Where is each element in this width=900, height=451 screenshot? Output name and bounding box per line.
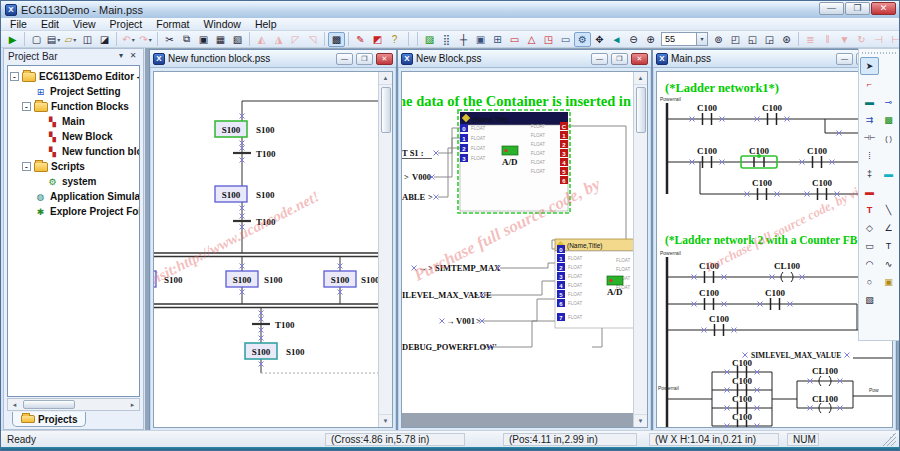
io-label-ts1[interactable]: T S1 : bbox=[402, 148, 424, 158]
ladder-contact-selected[interactable]: C100 bbox=[741, 146, 777, 168]
rectangle-tool-button[interactable]: ▭ bbox=[860, 237, 879, 255]
anim-refresh-button[interactable]: ↻ bbox=[853, 32, 870, 47]
sfc-step-right[interactable]: S100 S100 bbox=[324, 271, 380, 287]
new-button[interactable]: ▢ bbox=[28, 32, 45, 47]
undo-button[interactable]: ↶▾ bbox=[120, 32, 137, 47]
chart-button[interactable]: ▨ bbox=[421, 32, 438, 47]
ladder-contact[interactable]: C100 bbox=[758, 288, 793, 310]
scroll-thumb[interactable] bbox=[381, 87, 391, 133]
ladder-variable-label[interactable]: SIMLEVEL_MAX_VALUE bbox=[743, 351, 850, 360]
scroll-thumb[interactable] bbox=[23, 400, 75, 409]
pen-button[interactable]: ✎ bbox=[352, 32, 369, 47]
tree-item-root[interactable]: - EC6113Demo Editor -- ecc bbox=[8, 69, 139, 84]
child-title-bar[interactable]: X New function block.pss — ❐ ✕ bbox=[150, 50, 396, 68]
table-button[interactable]: ⊞ bbox=[489, 32, 506, 47]
region-button[interactable]: ◳ bbox=[540, 32, 557, 47]
zoom-combo[interactable]: 55 ▾ bbox=[661, 32, 708, 46]
title-bar[interactable]: X EC6113Demo - Main.pss — ❐ ✕ bbox=[1, 1, 899, 18]
tree-item-scripts[interactable]: - Scripts bbox=[8, 159, 139, 174]
tree-item-explore-project-folder[interactable]: ✱ Explore Project Folder bbox=[8, 204, 139, 219]
tree-horizontal-scrollbar[interactable]: ◂ ▸ bbox=[7, 398, 140, 411]
anim-keys-button[interactable]: ≣ bbox=[802, 32, 819, 47]
scroll-down-icon[interactable]: ▼ bbox=[634, 414, 647, 427]
curve-tool-button[interactable]: ∿ bbox=[879, 255, 898, 273]
text-tool-button[interactable]: T bbox=[860, 201, 879, 219]
save-all-button[interactable]: ◪ bbox=[96, 32, 113, 47]
copy-button[interactable]: ⧉ bbox=[178, 32, 195, 47]
ladder-coil[interactable]: CL100 bbox=[808, 394, 843, 413]
child-minimize-button[interactable]: — bbox=[336, 53, 353, 65]
sfc-canvas[interactable]: S100 S100 T100 S100 S100 T100 S100 bbox=[153, 71, 393, 428]
tree-item-application-simulate[interactable]: ◍ Application Simulate bbox=[8, 189, 139, 204]
new-template-button[interactable]: ▤▾ bbox=[45, 32, 62, 47]
sfc-transition-3[interactable]: T100 bbox=[275, 320, 295, 330]
vertical-scrollbar[interactable]: ▲ ▼ bbox=[633, 72, 647, 427]
zoom-in-button[interactable]: ⊕ bbox=[642, 32, 659, 47]
tab-projects[interactable]: Projects bbox=[12, 412, 86, 427]
tree-item-system[interactable]: ⚙ system bbox=[8, 174, 139, 189]
zoom-fit-button[interactable]: ◰ bbox=[727, 32, 744, 47]
menu-view[interactable]: View bbox=[67, 18, 102, 30]
jump-tool-button[interactable]: ⇉ bbox=[860, 111, 879, 129]
zoom-caret-icon[interactable]: ▾ bbox=[697, 32, 708, 46]
ladder-contact[interactable]: C100 bbox=[745, 178, 780, 200]
sfc-step-bottom[interactable]: S100 S100 bbox=[245, 343, 305, 359]
contact-tool-button[interactable]: ⊣⊢ bbox=[860, 129, 879, 147]
menu-edit[interactable]: Edit bbox=[35, 18, 65, 30]
ladder-contact[interactable]: C100 bbox=[755, 103, 790, 125]
tree-item-function-blocks[interactable]: - Function Blocks bbox=[8, 99, 139, 114]
sfc-step-left[interactable]: S100 bbox=[154, 271, 183, 287]
menu-project[interactable]: Project bbox=[104, 18, 149, 30]
io-label-v000[interactable]: V000 bbox=[412, 172, 431, 182]
pan-button[interactable]: ✥ bbox=[591, 32, 608, 47]
sfc-transition-2[interactable]: T100 bbox=[256, 217, 276, 227]
tree-item-main[interactable]: ▚ Main bbox=[8, 114, 139, 129]
anim-export-button[interactable]: ▼ bbox=[836, 32, 853, 47]
tree-item-new-function-block[interactable]: ▚ New function block bbox=[8, 144, 139, 159]
ladder-contact[interactable]: C100 bbox=[725, 358, 760, 378]
flip-horizontal-button[interactable]: ◮ bbox=[270, 32, 287, 47]
scroll-down-icon[interactable]: ▼ bbox=[379, 414, 392, 427]
rotate-left-button[interactable]: ◸ bbox=[287, 32, 304, 47]
zoom-custom-button[interactable]: ⊛ bbox=[778, 32, 795, 47]
menu-format[interactable]: Format bbox=[150, 18, 195, 30]
close-button[interactable]: ✕ bbox=[871, 2, 896, 15]
pin-tool-button[interactable]: ⊸ bbox=[879, 93, 898, 111]
select-rect-button[interactable]: ▣ bbox=[472, 32, 489, 47]
tree-item-new-block[interactable]: ▚ New Block bbox=[8, 129, 139, 144]
collapse-icon[interactable]: - bbox=[10, 72, 19, 81]
io-label-able[interactable]: ABLE bbox=[402, 192, 425, 202]
menu-window[interactable]: Window bbox=[198, 18, 247, 30]
fbd-block-1[interactable]: (Name,Title) 0 1 2 3 FLOATFLOAT FLOATFLO… bbox=[458, 110, 570, 213]
zoom-prev-button[interactable]: ◄ bbox=[608, 32, 625, 47]
ladder-coil[interactable]: CL100 bbox=[770, 261, 805, 282]
ladder-contact[interactable]: C100 bbox=[692, 288, 727, 310]
paste-button[interactable]: ▣ bbox=[195, 32, 212, 47]
redo-button[interactable]: ↷▾ bbox=[137, 32, 154, 47]
ladder-contact[interactable]: C100 bbox=[725, 394, 760, 414]
ladder-contact[interactable]: C100 bbox=[800, 146, 835, 168]
panel-menu-icon[interactable]: ▾ bbox=[115, 51, 127, 62]
step-back-button[interactable]: ⊣ bbox=[870, 32, 887, 47]
child-close-button[interactable]: ✕ bbox=[631, 53, 648, 65]
zoom-width-button[interactable]: ◱ bbox=[744, 32, 761, 47]
palette-grip[interactable] bbox=[862, 51, 896, 56]
image-tool-button[interactable]: ▣ bbox=[879, 273, 898, 291]
sfc-transition-1[interactable]: T100 bbox=[256, 149, 276, 159]
ellipse-tool-button[interactable]: ○ bbox=[860, 273, 879, 291]
child-maximize-button[interactable]: ❐ bbox=[611, 53, 628, 65]
collapse-icon[interactable]: - bbox=[22, 162, 31, 171]
resize-grip[interactable] bbox=[882, 432, 896, 446]
zoom-height-button[interactable]: ◲ bbox=[761, 32, 778, 47]
ladder-contact[interactable]: C100 bbox=[805, 178, 840, 200]
transition-tool-button[interactable]: ‡ bbox=[860, 165, 879, 183]
run-button[interactable]: ▶ bbox=[4, 32, 21, 47]
child-minimize-button[interactable]: — bbox=[836, 53, 853, 65]
container-tool-button[interactable]: ▬ bbox=[879, 165, 898, 183]
arc-tool-button[interactable]: ◠ bbox=[860, 255, 879, 273]
coil-tool-button[interactable]: ( ) bbox=[879, 129, 898, 147]
fbd-block-2[interactable]: (Name,Title) 0 1 2 3 4 5 6 7 FLOATFLOAT bbox=[555, 239, 637, 328]
io-label-simtemp[interactable]: SIMTEMP_MAX bbox=[435, 263, 501, 273]
simulate-toggle-button[interactable]: ▩ bbox=[328, 32, 345, 47]
rect2-button[interactable]: ▭ bbox=[557, 32, 574, 47]
